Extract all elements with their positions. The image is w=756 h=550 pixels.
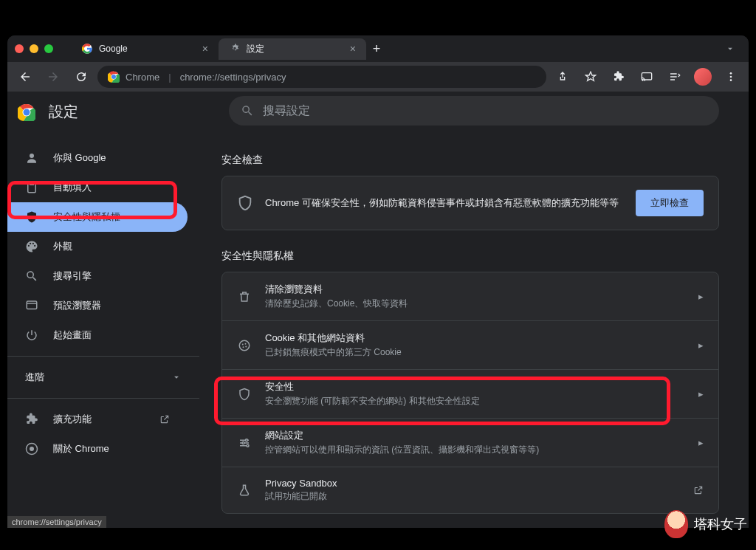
row-cookies[interactable]: Cookie 和其他網站資料 已封鎖無痕模式中的第三方 Cookie ▸ [222, 320, 718, 369]
sidebar-item-extensions[interactable]: 擴充功能 [7, 405, 188, 434]
bookmark-button[interactable] [579, 65, 602, 89]
sidebar-item-advanced[interactable]: 進階 [7, 362, 199, 392]
sidebar-item-label: 起始畫面 [53, 329, 92, 342]
sidebar-item-label: 外觀 [53, 240, 72, 253]
row-clear-browsing-data[interactable]: 清除瀏覽資料 清除歷史記錄、Cookie、快取等資料 ▸ [222, 272, 718, 320]
tab-label: Google [99, 44, 128, 54]
cookie-icon [237, 338, 252, 353]
window-dropdown-icon[interactable] [719, 41, 741, 57]
watermark-icon [664, 510, 688, 538]
svg-point-14 [239, 340, 250, 351]
external-link-icon [159, 414, 170, 424]
google-favicon-icon [81, 43, 93, 55]
settings-sidebar: 你與 Google 自動填入 安全性與隱私權 外觀 搜尋引擎 預設瀏覽器 [7, 92, 199, 528]
address-prefix: Chrome [126, 72, 159, 83]
sidebar-item-label: 搜尋引擎 [53, 269, 92, 283]
chrome-icon [25, 442, 38, 456]
autofill-icon [25, 181, 38, 194]
svg-point-15 [242, 343, 244, 345]
sidebar-item-search-engine[interactable]: 搜尋引擎 [7, 261, 188, 291]
address-url: chrome://settings/privacy [180, 72, 286, 83]
row-site-settings[interactable]: 網站設定 控管網站可以使用和顯示的資訊 (位置資訊、攝影機和彈出式視窗等等) ▸ [222, 418, 718, 467]
svg-point-19 [246, 439, 248, 441]
chevron-right-icon: ▸ [698, 437, 704, 448]
safety-check-card: Chrome 可確保安全性，例如防範資料侵害事件或封鎖含有惡意軟體的擴充功能等等… [221, 176, 719, 230]
row-subtitle: 已封鎖無痕模式中的第三方 Cookie [265, 346, 685, 359]
tab-google[interactable]: Google × [71, 38, 219, 59]
maximize-window-button[interactable] [44, 44, 53, 53]
gear-favicon-icon [229, 43, 241, 55]
svg-point-8 [24, 109, 30, 115]
svg-point-17 [243, 346, 244, 348]
watermark-text: 塔科女子 [694, 515, 747, 533]
svg-point-4 [730, 72, 732, 75]
shield-icon [237, 387, 252, 402]
sidebar-item-security[interactable]: 安全性與隱私權 [7, 202, 188, 232]
extensions-button[interactable] [607, 65, 630, 89]
search-icon [25, 269, 38, 283]
forward-button[interactable] [41, 65, 65, 89]
svg-point-5 [730, 76, 732, 78]
share-button[interactable] [551, 65, 574, 89]
watermark: 塔科女子 [664, 510, 747, 538]
row-title: 安全性 [265, 380, 685, 393]
sidebar-item-autofill[interactable]: 自動填入 [7, 173, 188, 202]
close-window-button[interactable] [15, 44, 24, 53]
reload-button[interactable] [69, 65, 93, 89]
search-settings-input[interactable]: 搜尋設定 [229, 96, 719, 126]
address-bar[interactable]: Chrome | chrome://settings/privacy [97, 66, 546, 88]
divider [7, 356, 199, 357]
browser-icon [25, 299, 38, 312]
svg-point-20 [242, 441, 244, 444]
chevron-down-icon [171, 372, 182, 382]
chevron-right-icon: ▸ [698, 388, 704, 399]
menu-button[interactable] [719, 65, 743, 89]
external-link-icon [693, 485, 704, 495]
tab-settings[interactable]: 設定 × [219, 38, 366, 60]
profile-avatar[interactable] [691, 65, 715, 89]
minimize-window-button[interactable] [30, 44, 38, 53]
search-placeholder: 搜尋設定 [263, 103, 310, 119]
close-tab-icon[interactable]: × [202, 43, 208, 55]
shield-icon [237, 195, 253, 211]
svg-rect-11 [27, 301, 37, 309]
cast-button[interactable] [635, 65, 659, 89]
sidebar-item-you-and-google[interactable]: 你與 Google [7, 143, 188, 173]
puzzle-icon [25, 413, 38, 426]
sidebar-item-label: 預設瀏覽器 [53, 299, 101, 312]
svg-point-9 [30, 154, 34, 158]
section-title-privacy: 安全性與隱私權 [221, 250, 719, 263]
section-title-safety: 安全檢查 [221, 154, 719, 167]
search-icon [241, 104, 254, 117]
row-subtitle: 試用功能已開啟 [265, 490, 680, 503]
reading-list-button[interactable] [663, 65, 687, 89]
row-title: 清除瀏覽資料 [265, 283, 685, 296]
close-tab-icon[interactable]: × [350, 43, 356, 55]
window-titlebar: Google × 設定 × + [7, 35, 749, 62]
check-now-button[interactable]: 立即檢查 [636, 190, 704, 216]
tab-strip: Google × 設定 × + [71, 38, 719, 60]
svg-point-18 [245, 346, 247, 347]
new-tab-button[interactable]: + [366, 38, 387, 59]
svg-point-2 [111, 75, 116, 79]
back-button[interactable] [13, 65, 37, 89]
row-title: Cookie 和其他網站資料 [265, 331, 685, 345]
row-title: 網站設定 [265, 429, 685, 442]
row-title: Privacy Sandbox [265, 478, 680, 489]
sidebar-item-appearance[interactable]: 外觀 [7, 232, 188, 261]
shield-icon [25, 210, 38, 224]
settings-main: 安全檢查 Chrome 可確保安全性，例如防範資料侵害事件或封鎖含有惡意軟體的擴… [199, 92, 749, 528]
trash-icon [237, 289, 252, 304]
sidebar-item-default-browser[interactable]: 預設瀏覽器 [7, 291, 188, 320]
palette-icon [25, 240, 38, 253]
row-privacy-sandbox[interactable]: Privacy Sandbox 試用功能已開啟 [222, 467, 718, 513]
sidebar-item-label: 你與 Google [53, 151, 106, 165]
chrome-icon [18, 103, 35, 121]
row-subtitle: 清除歷史記錄、Cookie、快取等資料 [265, 298, 685, 310]
sidebar-item-about[interactable]: 關於 Chrome [7, 434, 188, 464]
row-security[interactable]: 安全性 安全瀏覽功能 (可防範不安全的網站) 和其他安全性設定 ▸ [222, 369, 718, 418]
svg-point-16 [245, 343, 247, 344]
row-subtitle: 安全瀏覽功能 (可防範不安全的網站) 和其他安全性設定 [265, 395, 685, 408]
tab-label: 設定 [247, 43, 264, 55]
sidebar-item-on-startup[interactable]: 起始畫面 [7, 320, 188, 350]
